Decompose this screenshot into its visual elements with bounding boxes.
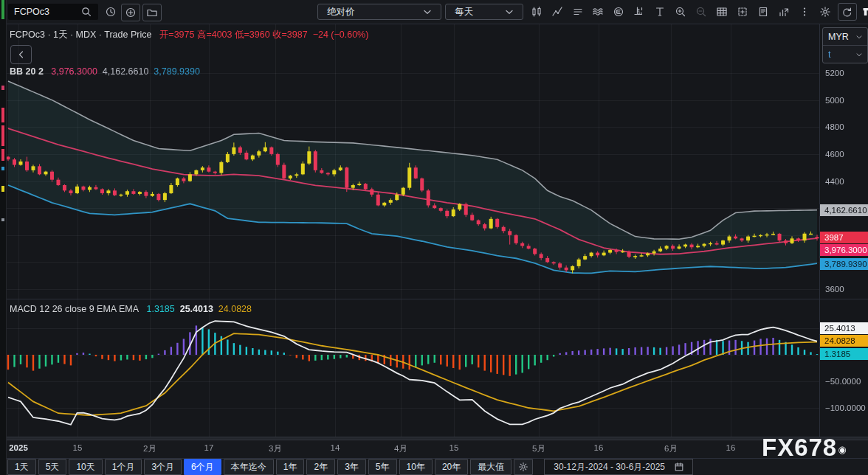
toolbar-tools (590, 4, 868, 20)
waves-icon[interactable] (590, 4, 605, 20)
event-circle-icon[interactable] (610, 4, 626, 20)
time-label: 15 (73, 443, 83, 452)
price-axis[interactable]: MYR t 5200500048004600440042004000380036… (819, 24, 868, 437)
plus-circle-icon (123, 4, 139, 21)
search-icon (78, 4, 94, 20)
range-button-1年[interactable]: 1年 (276, 459, 305, 475)
price-pane-canvas[interactable] (6, 24, 819, 299)
interval-dropdown[interactable]: 每天 (445, 4, 523, 20)
range-button-5年[interactable]: 5年 (368, 459, 397, 475)
axis-unit-box: MYR t (822, 27, 868, 63)
range-button-3个月[interactable]: 3个月 (144, 459, 182, 475)
strip-mark (1, 86, 4, 90)
axis-price-label: 3987 (820, 232, 868, 243)
layout-icon[interactable] (570, 4, 585, 20)
price-mode-value: 绝对价 (327, 6, 355, 18)
undo-icon[interactable] (838, 3, 857, 21)
time-label: 2月 (143, 443, 156, 454)
range-button-3年[interactable]: 3年 (337, 459, 366, 475)
interval-history-button[interactable] (103, 4, 119, 20)
price-tick: 4800 (825, 121, 844, 133)
interval-value: 每天 (455, 6, 473, 18)
chevron-down-icon (419, 4, 435, 20)
symbol-search-input[interactable]: FCPOc3 (8, 4, 98, 20)
tv-logo-icon[interactable] (862, 4, 868, 20)
price-macd-divider[interactable] (6, 299, 868, 299)
macd-tick: −100.0000 (825, 402, 866, 414)
calendar-icon (671, 459, 686, 475)
strip-mark (1, 125, 4, 146)
range-button-1个月[interactable]: 1个月 (105, 459, 142, 475)
chevron-left-icon (13, 46, 29, 63)
symbol-text: FCPOc3 (14, 7, 49, 17)
range-button-20年[interactable]: 20年 (435, 459, 468, 475)
currency-dropdown[interactable]: MYR (823, 28, 867, 45)
time-label: 2025 (9, 443, 28, 452)
range-button-本年迄今[interactable]: 本年迄今 (224, 459, 274, 475)
more-icon[interactable] (796, 4, 812, 20)
time-label: 6月 (664, 443, 678, 454)
date-range-picker[interactable]: 30-12月-2024 - 30-6月-2025 (544, 459, 693, 475)
macd-tick: −50.0000 (825, 375, 861, 387)
axis-price-label: 1.3185 (820, 348, 868, 360)
open-layout-button[interactable] (142, 4, 162, 21)
range-button-10天[interactable]: 10天 (69, 459, 102, 475)
strip-mark (1, 218, 4, 221)
currency-value: MYR (828, 32, 849, 42)
axis-price-label: 4,162.6610 (820, 204, 868, 216)
compare-add-button[interactable] (121, 4, 140, 21)
price-tick: 5000 (825, 94, 844, 106)
candles-icon[interactable] (528, 4, 544, 20)
strip-mark (1, 108, 4, 122)
range-settings-button[interactable] (514, 459, 533, 475)
news-icon[interactable] (755, 4, 771, 20)
collapse-legend-button[interactable] (10, 45, 32, 64)
indicator-icon[interactable] (549, 4, 565, 20)
range-button-2年[interactable]: 2年 (306, 459, 335, 475)
range-button-最大值[interactable]: 最大值 (470, 459, 512, 475)
trading-app: FCPOc3 绝对价 每天 FCPOc3 · 1天 · MDX · Trade … (0, 0, 868, 475)
top-toolbar: FCPOc3 绝对价 每天 (6, 0, 868, 24)
ruler-icon[interactable] (631, 4, 647, 20)
strip-mark (1, 186, 4, 192)
left-edge-strip (0, 0, 7, 475)
chart-export-icon[interactable] (776, 4, 791, 20)
text-icon[interactable] (652, 4, 667, 20)
time-label: 17 (204, 443, 214, 452)
chevron-down-icon (855, 29, 864, 45)
axis-price-label: 3,789.9390 (820, 258, 868, 270)
folder-icon (145, 4, 160, 21)
chevron-down-icon (501, 4, 517, 20)
time-label: 3月 (269, 443, 282, 454)
macd-pane-canvas[interactable] (6, 299, 819, 437)
table-icon[interactable] (714, 4, 729, 20)
range-button-10年[interactable]: 10年 (399, 459, 433, 475)
price-tick: 5200 (825, 67, 844, 79)
axis-price-label: 24.0828 (820, 335, 868, 347)
time-label: 15 (450, 443, 459, 452)
axis-price-label: 3,976.3000 (820, 244, 868, 256)
time-label: 16 (726, 443, 736, 452)
range-button-1天[interactable]: 1天 (7, 459, 36, 475)
unit-dropdown[interactable]: t (823, 45, 867, 63)
price-tick: 3600 (825, 283, 844, 295)
range-button-5天[interactable]: 5天 (38, 459, 67, 475)
chart-region: FCPOc3 · 1天 · MDX · Trade Price 开=3975 高… (6, 24, 819, 437)
date-range-text: 30-12月-2024 - 30-6月-2025 (554, 461, 665, 474)
zoom-out-icon[interactable] (693, 4, 709, 20)
chevron-down-icon (855, 46, 864, 63)
strip-mark (1, 0, 4, 19)
snapshot-icon[interactable] (734, 4, 750, 20)
range-button-6个月[interactable]: 6个月 (184, 459, 221, 475)
price-mode-dropdown[interactable]: 绝对价 (317, 4, 441, 20)
unit-value: t (828, 49, 830, 60)
gear-icon[interactable] (817, 4, 833, 20)
axis-price-label: 25.4013 (820, 322, 868, 334)
strip-mark (1, 149, 4, 161)
strip-mark (1, 167, 4, 170)
clock-icon (103, 4, 119, 20)
time-axis[interactable]: 2025152月173月144月155月166月16 (6, 440, 868, 459)
chart-style-tools (528, 4, 585, 20)
zoom-in-icon[interactable] (672, 4, 688, 20)
price-tick: 4600 (825, 148, 844, 160)
